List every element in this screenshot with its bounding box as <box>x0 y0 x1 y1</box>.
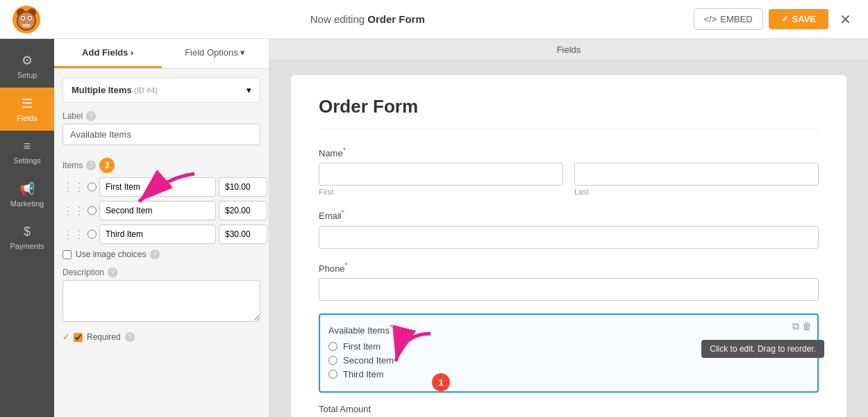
available-item-label-3: Third Item <box>343 369 384 379</box>
item-price-input-3[interactable] <box>219 224 267 244</box>
sidebar-item-payments[interactable]: $ Payments <box>0 216 54 259</box>
fields-tabs: Add Fields › Field Options ▾ <box>54 39 269 69</box>
marketing-icon: 📢 <box>19 181 35 197</box>
image-choices-row: Use image choices ? <box>62 250 260 259</box>
sidebar-nav: ⚙ Setup ☰ Fields ≡ Settings 📢 Marketing … <box>0 39 54 417</box>
step-2-badge: 2 <box>99 158 115 173</box>
item-price-input-1[interactable] <box>219 177 267 197</box>
form-title: Order Form <box>319 96 819 129</box>
description-textarea[interactable] <box>62 280 260 322</box>
image-choices-label: Use image choices <box>76 250 146 259</box>
svg-point-8 <box>29 17 31 19</box>
image-choices-help-icon[interactable]: ? <box>150 250 160 259</box>
form-preview-panel: Order Form Name* First Last <box>269 61 868 417</box>
image-choices-checkbox[interactable] <box>62 250 72 259</box>
name-field-row: Name* First Last <box>319 146 819 196</box>
tab-field-options[interactable]: Field Options ▾ <box>162 39 269 68</box>
sidebar-label-setup: Setup <box>17 71 37 79</box>
tab-add-fields[interactable]: Add Fields › <box>54 39 162 68</box>
svg-point-7 <box>22 17 24 19</box>
description-help-icon[interactable]: ? <box>108 268 117 277</box>
total-amount-label: Total Amount <box>319 404 819 414</box>
header-title: Now editing Order Form <box>310 13 425 25</box>
available-radio-3[interactable] <box>328 370 337 379</box>
label-input[interactable] <box>62 124 260 145</box>
required-help-icon[interactable]: ? <box>125 332 135 342</box>
total-amount-row: Total Amount <box>319 404 819 414</box>
form-card: Order Form Name* First Last <box>291 75 846 417</box>
item-row-2: ⋮⋮ ⊕ ⊖ <box>62 201 260 220</box>
close-button[interactable]: ✕ <box>834 8 857 31</box>
fields-bar: Fields <box>269 39 868 61</box>
first-name-input[interactable] <box>319 163 563 186</box>
available-radio-1[interactable] <box>328 342 337 351</box>
item-row-1: ⋮⋮ ⊕ ⊖ <box>62 177 260 197</box>
item-name-input-2[interactable] <box>99 201 216 220</box>
sidebar-item-setup[interactable]: ⚙ Setup <box>0 44 54 88</box>
item-name-input-3[interactable] <box>99 224 216 244</box>
top-header: Now editing Order Form </> EMBED ✓ SAVE … <box>0 0 868 39</box>
section-id: (ID #4) <box>134 86 158 95</box>
items-header: Items ? 2 <box>62 158 260 173</box>
required-label: Required <box>87 332 121 342</box>
item-price-input-2[interactable] <box>219 201 267 220</box>
item-radio-3[interactable] <box>87 229 97 239</box>
drag-handle-3[interactable]: ⋮⋮ <box>62 228 85 241</box>
required-checkbox[interactable] <box>74 333 83 342</box>
available-items-label: Available Items* <box>328 323 809 336</box>
sidebar-label-settings: Settings <box>13 156 41 165</box>
available-item-label-2: Second Item <box>343 355 394 366</box>
phone-field-row: Phone* <box>319 261 819 301</box>
item-radio-1[interactable] <box>87 182 97 192</box>
main-layout: ⚙ Setup ☰ Fields ≡ Settings 📢 Marketing … <box>0 39 868 417</box>
required-check-mark: ✓ <box>62 332 69 342</box>
sidebar-item-marketing[interactable]: 📢 Marketing <box>0 173 54 216</box>
right-area: Fields Order Form Name* First <box>269 39 868 417</box>
left-panel: Add Fields › Field Options ▾ Multiple It… <box>54 39 269 417</box>
name-fields-row: First Last <box>319 163 819 196</box>
first-name-field: First <box>319 163 563 196</box>
sidebar-label-payments: Payments <box>10 242 44 250</box>
phone-label: Phone* <box>319 261 819 274</box>
label-field-row: Label ? <box>62 111 260 145</box>
email-input[interactable] <box>319 226 819 249</box>
last-label: Last <box>574 188 819 196</box>
last-name-field: Last <box>574 163 819 196</box>
available-item-3: Third Item <box>328 369 809 379</box>
drag-handle-1[interactable]: ⋮⋮ <box>62 181 85 194</box>
section-title-area: Multiple Items (ID #4) <box>72 85 158 95</box>
fields-icon: ☰ <box>22 96 33 111</box>
items-help-icon[interactable]: ? <box>86 161 96 170</box>
available-items-section[interactable]: ⧉ 🗑 Available Items* First Item Second I… <box>319 313 819 393</box>
save-button[interactable]: ✓ SAVE <box>769 9 828 29</box>
description-label: Description ? <box>62 268 260 277</box>
copy-section-button[interactable]: ⧉ <box>792 320 799 332</box>
label-help-icon[interactable]: ? <box>86 111 96 121</box>
name-label: Name* <box>319 146 819 158</box>
item-name-input-1[interactable] <box>99 177 216 197</box>
section-action-buttons: ⧉ 🗑 <box>792 320 812 332</box>
required-row: ✓ Required ? <box>62 332 260 342</box>
available-radio-2[interactable] <box>328 356 337 365</box>
email-field-row: Email* <box>319 208 819 248</box>
edit-tooltip: Click to edit. Drag to reorder. <box>701 340 824 358</box>
code-icon: </> <box>704 14 717 24</box>
sidebar-label-fields: Fields <box>17 114 37 122</box>
items-section: Items ? 2 ⋮⋮ ⊕ ⊖ ⋮⋮ <box>62 158 260 244</box>
item-row-3: ⋮⋮ ⊕ ⊖ <box>62 224 260 244</box>
delete-section-button[interactable]: 🗑 <box>802 320 812 332</box>
item-radio-2[interactable] <box>87 206 97 215</box>
sidebar-item-settings[interactable]: ≡ Settings <box>0 131 54 173</box>
available-item-label-1: First Item <box>343 341 381 352</box>
sidebar-item-fields[interactable]: ☰ Fields <box>0 88 54 131</box>
last-name-input[interactable] <box>574 163 819 186</box>
settings-icon: ≡ <box>24 139 31 154</box>
drag-handle-2[interactable]: ⋮⋮ <box>62 204 85 218</box>
phone-input[interactable] <box>319 278 819 301</box>
gear-icon: ⚙ <box>22 53 33 68</box>
embed-button[interactable]: </> EMBED <box>694 8 763 30</box>
section-header[interactable]: Multiple Items (ID #4) ▾ <box>62 77 260 103</box>
check-icon: ✓ <box>781 14 789 24</box>
svg-rect-9 <box>22 24 31 27</box>
first-label: First <box>319 188 563 196</box>
